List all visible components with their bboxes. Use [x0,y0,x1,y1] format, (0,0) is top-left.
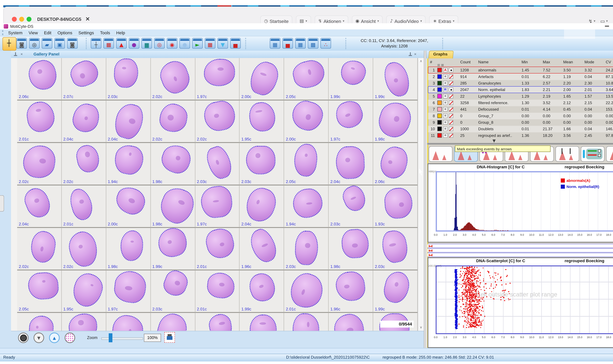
gallery-cell[interactable]: 2.02c [151,58,195,101]
gallery-cell[interactable]: 2.05c [284,58,329,101]
class-letter-badge[interactable]: = [443,94,448,99]
class-letter-badge[interactable]: = [443,74,448,79]
gallery-cell[interactable]: 1.96c [240,228,284,270]
target-icon[interactable]: ◎ [29,38,40,49]
gallery-filter-button[interactable] [18,333,29,343]
zoom-slider-handle[interactable] [109,333,112,342]
gallery-cell[interactable]: 2.03c [284,228,329,270]
gallery-cell[interactable]: 2.03c [240,143,284,185]
gallery-cell[interactable]: 2.03c [329,185,373,228]
class-letter-badge[interactable]: = [443,81,448,85]
image-window-icon[interactable]: ▆ [141,38,152,49]
cloud-window-icon[interactable]: ● [179,38,190,49]
table-more-rows-icon[interactable]: ▼ [493,138,496,143]
table-histogram-alt-icon[interactable]: ▦ [295,38,306,49]
panel-splitter[interactable] [424,51,426,348]
filter-100-icon[interactable]: ▼ [217,38,228,49]
gallery-pin-icon-right[interactable] [409,52,412,56]
class-color-swatch[interactable] [437,114,442,118]
gallery-cell[interactable]: 1.97c [106,270,151,313]
class-letter-badge[interactable]: = [443,127,448,131]
class-visibility-eye-off-icon[interactable] [449,74,453,79]
gallery-cell[interactable]: 2.00c [106,185,151,228]
gallery-cell[interactable]: 2.01c [195,270,240,313]
gallery-cell[interactable]: 2.02c [62,228,106,270]
class-color-swatch[interactable] [437,74,442,79]
button-delete-histogram[interactable]: ✕ [606,146,613,162]
gallery-cell[interactable]: 1.97c [195,185,240,228]
class-color-swatch[interactable] [437,101,442,105]
class-visibility-eye-off-icon[interactable] [449,94,453,99]
gallery-cell[interactable]: 1.98c [151,185,195,228]
gallery-cell[interactable]: 2.00c [240,58,284,101]
move-icon[interactable]: ┼ [91,38,101,49]
menu-view[interactable]: View [28,30,38,35]
range-indicator-row[interactable] [427,248,613,252]
class-letter-badge[interactable]: = [443,101,448,105]
gallery-cell[interactable]: 2.01c [17,101,62,143]
gallery-cell[interactable]: 2.07c [62,58,106,101]
chart-window-icon[interactable]: ▅ [230,38,241,49]
gallery-cell[interactable]: 2.05c [284,143,329,185]
class-visibility-eye-off-icon[interactable] [449,81,453,85]
table-row[interactable]: 5=22Lymphocytes1.292.191.651.5713.50 [427,93,613,100]
gallery-cell[interactable]: 2.06c [17,58,62,101]
circle-window-icon[interactable]: ◎ [154,38,165,49]
mac-zoom-button[interactable] [27,17,31,22]
open-folder-icon[interactable]: ▰ [42,38,52,49]
grid-icon[interactable]: ⊞ [437,63,440,67]
gallery-cell[interactable]: 2.03c [373,228,418,270]
gallery-cell[interactable]: 1.99c [373,58,418,101]
menu-help[interactable]: Help [116,30,125,35]
menu-options[interactable]: Options [57,30,72,35]
zoom-slider-track[interactable] [101,338,143,340]
gallery-cell[interactable]: 2.04c [62,101,106,143]
class-color-swatch[interactable] [437,120,442,125]
gallery-cell[interactable]: 2.04c [106,101,151,143]
gallery-close-icon-right[interactable]: × [414,52,416,56]
gallery-cell[interactable]: 2.01c [284,270,329,313]
gallery-cell[interactable]: 1.97c [329,101,373,143]
gallery-cell[interactable] [62,313,106,331]
checkbox-icon[interactable] [598,154,601,157]
gallery-grid[interactable]: 2.06c2.07c2.03c2.02c1.97c2.00c2.05c1.99c… [17,58,418,331]
gallery-cell[interactable]: 1.98c [151,143,195,185]
class-visibility-eye-off-icon[interactable] [449,107,453,112]
sort-ascending-button[interactable]: ▲ [49,333,60,343]
class-visibility-eye-off-icon[interactable] [449,101,453,105]
class-visibility-eye-off-icon[interactable] [449,127,453,131]
gallery-cell[interactable]: 2.04c [240,185,284,228]
gallery-cell[interactable]: 1.95c [62,270,106,313]
gallery-cell[interactable] [240,313,284,331]
save-icon[interactable]: ▣ [54,38,65,49]
grid-view-button[interactable] [65,333,75,343]
gallery-cell[interactable]: 1.98c [329,228,373,270]
table-row[interactable]: 8=0Group_70.000.000.000.000.00 [427,113,613,119]
table-row[interactable]: 2=914Artefacts0.016.221.190.0487.17 [427,74,613,80]
gallery-cell[interactable]: 1.96c [329,270,373,313]
gallery-cell[interactable]: 1.94c [106,143,151,185]
scatterplot-plot[interactable] [436,265,613,334]
gallery-cell[interactable] [329,313,373,331]
gallery-pin-icon[interactable] [14,52,17,56]
gallery-cell[interactable]: 2.04c [329,143,373,185]
class-visibility-eye-off-icon[interactable] [449,120,453,125]
mac-close-button[interactable] [12,17,17,22]
menu-system[interactable]: System [8,30,23,35]
histogram-report-icon[interactable]: ▅ [282,38,293,49]
remote-button-display-settings[interactable]: ▭▾ [600,18,608,24]
gallery-cell[interactable]: 2.02c [17,143,62,185]
gallery-cell[interactable]: 2.03c [106,58,151,101]
gallery-cell[interactable]: 2.03c [151,270,195,313]
table-row[interactable]: 3=285Granulocytes1.332.572.202.3010.89 [427,80,613,87]
gallery-cell[interactable]: 2.00c [284,101,329,143]
gallery-cell[interactable] [106,313,151,331]
scrollbar-down-icon[interactable]: ∨ [419,325,424,329]
gallery-cell[interactable]: 1.98c [373,101,418,143]
menu-edit[interactable]: Edit [44,30,51,35]
range-indicator-row[interactable] [427,253,613,257]
gallery-cell[interactable]: 1.93c [373,185,418,228]
sort-descending-button[interactable]: ▼ [33,333,44,343]
ellipse-marker-icon[interactable]: ● [129,38,139,49]
cross-grid-icon[interactable]: ⊠ [441,63,444,67]
